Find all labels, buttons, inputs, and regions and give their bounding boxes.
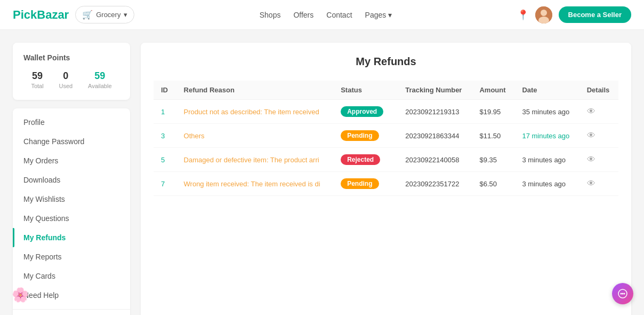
chat-bubble-icon — [617, 288, 628, 299]
cell-details[interactable]: 👁 — [579, 196, 618, 199]
cell-details[interactable]: 👁 — [579, 172, 618, 196]
sidebar-item-downloads[interactable]: Downloads — [13, 170, 130, 190]
logo-pick: Pick — [13, 8, 37, 21]
view-details-icon[interactable]: 👁 — [587, 179, 595, 188]
col-header-reason: Refund Reason — [176, 81, 334, 100]
cell-date: 2 minutes ago — [514, 196, 579, 199]
header-left: PickBazar 🛒 Grocery ▾ — [13, 6, 134, 23]
status-badge: Pending — [341, 130, 379, 141]
cell-id[interactable]: 7 — [154, 172, 176, 196]
sidebar-item-my-cards[interactable]: My Cards — [13, 266, 130, 286]
table-row: 3OthersPending20230921863344$11.5017 min… — [154, 124, 618, 148]
cell-date: 3 minutes ago — [514, 172, 579, 196]
nav-shops[interactable]: Shops — [260, 11, 281, 19]
cell-amount: $6.50 — [472, 172, 514, 196]
wallet-stats: 59 Total 0 Used 59 Available — [23, 70, 119, 89]
table-body: 1Product not as described: The item rece… — [154, 100, 618, 199]
cell-reason: Wrong item received: The item received i… — [176, 172, 334, 196]
wallet-available-label: Available — [88, 83, 111, 89]
main-nav: Shops Offers Contact Pages ▾ — [260, 11, 392, 19]
cell-tracking: 20230922140058 — [398, 148, 472, 172]
nav-pages[interactable]: Pages ▾ — [365, 11, 392, 19]
view-details-icon[interactable]: 👁 — [587, 155, 595, 164]
wallet-available: 59 Available — [88, 70, 111, 89]
col-header-id: ID — [154, 81, 176, 100]
cell-id[interactable]: 1 — [154, 100, 176, 124]
nav-offers[interactable]: Offers — [293, 11, 313, 19]
table-header-row: ID Refund Reason Status Tracking Number … — [154, 81, 618, 100]
cell-details[interactable]: 👁 — [579, 100, 618, 124]
panel-title: My Refunds — [154, 56, 618, 68]
cell-details[interactable]: 👁 — [579, 124, 618, 148]
cell-reason: Product not as described: The item recei… — [176, 100, 334, 124]
location-icon[interactable]: 📍 — [517, 9, 529, 21]
sidebar-item-my-refunds[interactable]: My Refunds — [13, 228, 130, 247]
col-header-status: Status — [333, 81, 398, 100]
sidebar-item-my-orders[interactable]: My Orders — [13, 151, 130, 170]
nav-divider — [13, 309, 130, 310]
main-panel: My Refunds ID Refund Reason Status Track… — [141, 43, 631, 315]
cell-details[interactable]: 👁 — [579, 148, 618, 172]
wallet-card: Wallet Points 59 Total 0 Used 59 Availab… — [13, 43, 130, 100]
bottom-flower-icon[interactable]: 🌸 — [11, 285, 30, 304]
wallet-used-value: 0 — [59, 70, 73, 82]
table-head: ID Refund Reason Status Tracking Number … — [154, 81, 618, 100]
status-badge: Pending — [341, 178, 379, 189]
cell-tracking: 20230922351722 — [398, 172, 472, 196]
svg-point-6 — [624, 293, 625, 295]
become-seller-button[interactable]: Become a Seller — [559, 6, 631, 23]
user-avatar[interactable] — [535, 6, 552, 23]
table-row: 7Wrong item received: The item received … — [154, 172, 618, 196]
pages-label: Pages — [365, 11, 387, 19]
table-row: 1Product not as described: The item rece… — [154, 100, 618, 124]
sidebar-item-my-reports[interactable]: My Reports — [13, 247, 130, 266]
cell-date: 3 minutes ago — [514, 148, 579, 172]
grocery-icon: 🛒 — [82, 10, 93, 20]
cell-id[interactable]: 3 — [154, 124, 176, 148]
sidebar-nav-card: Profile Change Password My Orders Downlo… — [13, 108, 130, 315]
view-details-icon[interactable]: 👁 — [587, 131, 595, 140]
chevron-down-icon: ▾ — [124, 11, 127, 19]
table-row: 5Damaged or defective item: The product … — [154, 148, 618, 172]
cell-tracking: 20230921863344 — [398, 124, 472, 148]
cell-amount: $19.95 — [472, 100, 514, 124]
cell-date: 35 minutes ago — [514, 100, 579, 124]
avatar-image — [535, 6, 552, 23]
main-layout: Wallet Points 59 Total 0 Used 59 Availab… — [0, 30, 644, 315]
sidebar-item-my-wishlists[interactable]: My Wishlists — [13, 190, 130, 209]
col-header-date: Date — [514, 81, 579, 100]
sidebar-item-my-questions[interactable]: My Questions — [13, 209, 130, 228]
col-header-amount: Amount — [472, 81, 514, 100]
header-actions: 📍 Become a Seller — [517, 6, 631, 23]
cell-reason: Damaged or defective item: The product a… — [176, 148, 334, 172]
status-badge: Rejected — [341, 154, 380, 165]
grocery-selector[interactable]: 🛒 Grocery ▾ — [75, 6, 134, 23]
cell-reason: Others — [176, 124, 334, 148]
cell-id[interactable]: 5 — [154, 148, 176, 172]
chevron-down-icon: ▾ — [388, 11, 392, 19]
grocery-label: Grocery — [96, 11, 120, 19]
cell-amount: $9.35 — [472, 148, 514, 172]
cell-tracking: 20230921219313 — [398, 100, 472, 124]
table-row: 9Product not as described: The item rece… — [154, 196, 618, 199]
wallet-total-label: Total — [31, 83, 43, 89]
view-details-icon[interactable]: 👁 — [587, 107, 595, 116]
wallet-used: 0 Used — [59, 70, 73, 89]
nav-contact[interactable]: Contact — [326, 11, 352, 19]
svg-point-5 — [622, 293, 624, 295]
sidebar-item-need-help[interactable]: Need Help — [13, 286, 130, 305]
sidebar-item-change-password[interactable]: Change Password — [13, 132, 130, 151]
cell-reason: Product not as described: The item recei… — [176, 196, 334, 199]
sidebar-item-profile[interactable]: Profile — [13, 113, 130, 132]
chat-icon[interactable] — [612, 283, 633, 304]
col-header-tracking: Tracking Number — [398, 81, 472, 100]
refunds-table: ID Refund Reason Status Tracking Number … — [154, 81, 618, 198]
refunds-table-wrapper[interactable]: ID Refund Reason Status Tracking Number … — [154, 81, 618, 198]
cell-date: 17 minutes ago — [514, 124, 579, 148]
cell-amount: $1.60 — [472, 196, 514, 199]
cell-status: Processing — [333, 196, 398, 199]
cell-tracking: 20230922507667 — [398, 196, 472, 199]
logo[interactable]: PickBazar — [13, 8, 69, 22]
wallet-total-value: 59 — [31, 70, 43, 82]
cell-id[interactable]: 9 — [154, 196, 176, 199]
